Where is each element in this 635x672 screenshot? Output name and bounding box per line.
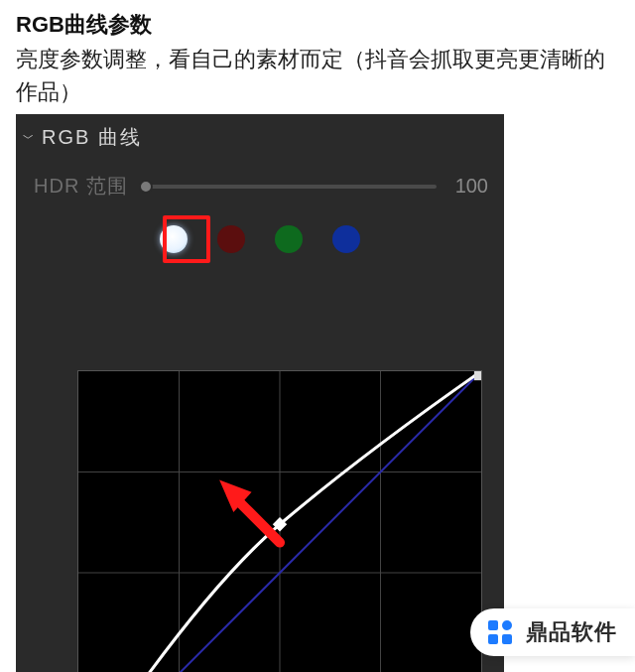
- curve-endpoint-high[interactable]: [474, 371, 481, 380]
- slider-thumb[interactable]: [139, 180, 153, 194]
- svg-rect-8: [488, 620, 498, 630]
- curve-svg: [78, 371, 481, 672]
- section-header[interactable]: ﹀ RGB 曲线: [16, 114, 504, 151]
- arrow-annotation-icon: [219, 480, 280, 543]
- watermark-badge: 鼎品软件: [470, 608, 635, 656]
- blue-channel-button[interactable]: [332, 225, 360, 253]
- white-channel-button[interactable]: [160, 225, 188, 253]
- channel-selector: [16, 225, 504, 253]
- hdr-range-value: 100: [448, 175, 488, 198]
- hdr-range-row: HDR 范围 100: [16, 151, 504, 200]
- svg-rect-11: [502, 634, 512, 644]
- article-description: 亮度参数调整，看自己的素材而定（抖音会抓取更亮更清晰的作品）: [16, 43, 619, 108]
- green-channel-button[interactable]: [275, 225, 303, 253]
- curve-editor[interactable]: [77, 370, 482, 672]
- article-title: RGB曲线参数: [16, 8, 619, 41]
- chevron-down-icon: ﹀: [23, 131, 34, 145]
- svg-rect-10: [488, 634, 498, 644]
- rgb-curve-panel: ﹀ RGB 曲线 HDR 范围 100: [16, 114, 504, 672]
- hdr-range-label: HDR 范围: [34, 173, 128, 200]
- section-title: RGB 曲线: [42, 124, 142, 151]
- red-channel-button[interactable]: [217, 225, 245, 253]
- hdr-range-slider[interactable]: [146, 177, 437, 197]
- watermark-text: 鼎品软件: [526, 617, 617, 647]
- svg-rect-9: [502, 620, 512, 630]
- slider-track: [146, 185, 437, 189]
- brand-logo-icon: [484, 616, 516, 648]
